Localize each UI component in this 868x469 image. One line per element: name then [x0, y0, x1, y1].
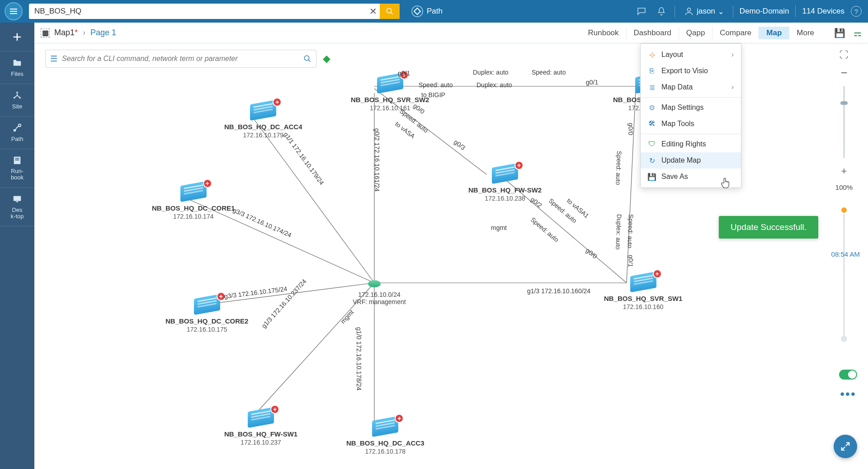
path-rail-icon [11, 123, 23, 133]
menu-map-tools[interactable]: 🛠Map Tools [641, 116, 741, 132]
link-label: g1/3 172.16.10.160/24 [527, 287, 590, 295]
zoom-out-button[interactable]: − [837, 66, 851, 80]
help-icon[interactable]: ? [851, 6, 862, 17]
link-label: to BIGIP [421, 91, 445, 98]
svg-rect-10 [15, 159, 19, 160]
menu-layout[interactable]: ⊹Layout› [641, 47, 741, 63]
device-dc-core1[interactable]: + NB_BOS_HQ_DC_CORE1 172.16.10.174 [152, 183, 235, 220]
domain-label[interactable]: Demo-Domain [740, 7, 789, 16]
device-fw-sw2[interactable]: + NB_BOS_HQ_FW-SW2 172.16.10.238 [468, 165, 542, 202]
more-actions-icon[interactable]: ••• [840, 387, 856, 401]
device-ip: 172.16.10.174 [173, 213, 214, 220]
save-icon: 💾 [648, 173, 656, 181]
link-label: mgmt [491, 224, 507, 231]
device-ip: 172.16.10.178 [365, 448, 406, 455]
search-clear-icon[interactable]: ✕ [366, 6, 380, 17]
main-menu-button[interactable] [5, 2, 23, 20]
svg-rect-11 [14, 196, 21, 201]
device-fw-sw1[interactable]: + NB_BOS_HQ_FW-SW1 172.16.10.237 [224, 409, 297, 446]
collapse-fab[interactable] [834, 435, 857, 458]
subnet-hub[interactable] [368, 280, 381, 287]
link-label: g0/1 [398, 70, 410, 77]
device-dc-acc4[interactable]: + NB_BOS_HQ_DC_ACC4 172.16.10.179 [224, 102, 302, 139]
zoom-thumb[interactable] [840, 101, 848, 105]
breadcrumb-sep: › [83, 28, 85, 37]
header-icons: 💾 ⚎ [834, 28, 862, 38]
rail-runbook[interactable]: Run- book [0, 149, 34, 188]
device-name: NB_BOS_HQ_DC_ACC3 [346, 439, 425, 447]
menu-editing-rights[interactable]: 🛡Editing Rights [641, 136, 741, 152]
fit-screen-icon[interactable]: ⛶ [837, 48, 851, 61]
user-menu[interactable]: jason ⌄ [681, 6, 726, 16]
device-name: NB_BOS_HQ_SVR_SW1 [604, 295, 682, 302]
zoom-slider[interactable] [843, 86, 845, 158]
link-label: g0/1 [627, 255, 635, 267]
toast-success: Update Successfull. [719, 216, 818, 239]
alert-badge-icon: + [270, 405, 279, 414]
save-icon[interactable]: 💾 [834, 28, 845, 38]
timeline-time: 08:54 AM [831, 250, 860, 258]
tab-dashboard[interactable]: Dashboard [626, 27, 679, 39]
cursor-icon [721, 177, 731, 189]
link-label: Speed: auto [614, 151, 623, 185]
menu-map-settings[interactable]: ⚙Map Settings [641, 99, 741, 116]
search-submit-button[interactable] [380, 4, 400, 19]
device-svr-sw1[interactable]: + NB_BOS_HQ_SVR_SW1 172.16.10.160 [604, 274, 682, 310]
device-dc-acc3[interactable]: + NB_BOS_HQ_DC_ACC3 172.16.10.178 [346, 418, 425, 455]
zoom-in-button[interactable]: + [837, 164, 851, 178]
alert-badge-icon: + [203, 179, 212, 188]
link-label: Speed: auto [419, 81, 453, 89]
rail-path[interactable]: Path [0, 117, 34, 149]
tab-map[interactable]: Map [759, 27, 789, 39]
menu-export-visio[interactable]: ⎘Export to Visio [641, 63, 741, 79]
global-search-input[interactable] [29, 7, 366, 16]
timeline-track[interactable] [843, 206, 845, 342]
rail-add-button[interactable]: + [0, 23, 34, 52]
rail-desktop[interactable]: Des k-top [0, 188, 34, 227]
svg-point-0 [387, 8, 392, 13]
link-label: Speed: auto [532, 69, 566, 76]
device-name: NB_BOS_HQ_FW-SW2 [468, 186, 542, 194]
device-ip: 172.16.10.175 [187, 326, 227, 333]
data-icon: ≣ [648, 83, 656, 91]
view-tabs: Runbook Dashboard Qapp Compare Map More [581, 27, 821, 39]
map-thumbnail-icon: ▦ [41, 28, 50, 38]
left-rail: + Files Site Path Run- book Des k-top [0, 23, 34, 469]
rail-site[interactable]: Site [0, 84, 34, 117]
svg-point-3 [16, 92, 18, 94]
tab-compare[interactable]: Compare [712, 27, 759, 39]
shield-icon: 🛡 [648, 140, 656, 148]
map-menu-dropdown: ⊹Layout› ⎘Export to Visio ≣Map Data› ⚙Ma… [640, 43, 741, 188]
breadcrumb[interactable]: Map1* › Page 1 [54, 28, 116, 38]
rail-files-label: Files [11, 70, 23, 77]
zoom-level: 100% [835, 183, 853, 191]
device-name: NB_BOS_HQ_DC_CORE2 [165, 317, 248, 325]
tab-runbook[interactable]: Runbook [581, 27, 626, 39]
rail-files[interactable]: Files [0, 52, 34, 84]
refresh-icon: ↻ [648, 156, 656, 164]
desktop-icon [11, 194, 23, 204]
link-label: g1/0 172.16.10.178/24 [355, 327, 363, 390]
menu-map-data[interactable]: ≣Map Data› [641, 79, 741, 95]
link-label: Duplex: auto [473, 69, 509, 76]
menu-update-map[interactable]: ↻Update Map [641, 152, 741, 169]
bell-icon[interactable] [655, 5, 668, 18]
global-search: ✕ [29, 4, 400, 19]
tab-qapp[interactable]: Qapp [679, 27, 712, 39]
device-name: NB_BOS_HQ_DC_CORE1 [152, 204, 235, 212]
rail-runbook-label: Run- book [11, 168, 24, 181]
breadcrumb-map: Map1 [54, 28, 75, 37]
path-button[interactable]: Path [406, 4, 448, 19]
alert-badge-icon: + [653, 269, 662, 278]
right-tools: ⛶ − + 100% 08:54 AM [831, 48, 857, 347]
timeline-now-marker[interactable] [840, 206, 848, 214]
link-label: g0/2 172.16.10.161/24 [373, 128, 381, 192]
share-icon[interactable]: ⚎ [854, 28, 862, 38]
device-dc-core2[interactable]: + NB_BOS_HQ_DC_CORE2 172.16.10.175 [165, 296, 248, 333]
live-toggle[interactable] [839, 370, 857, 380]
tab-more[interactable]: More [789, 27, 821, 39]
chat-icon[interactable] [635, 5, 648, 18]
device-count[interactable]: 114 Devices [802, 7, 844, 16]
hub-label: 172.16.10.0/24 VRF: management [345, 291, 413, 305]
rail-path-label: Path [11, 136, 24, 142]
